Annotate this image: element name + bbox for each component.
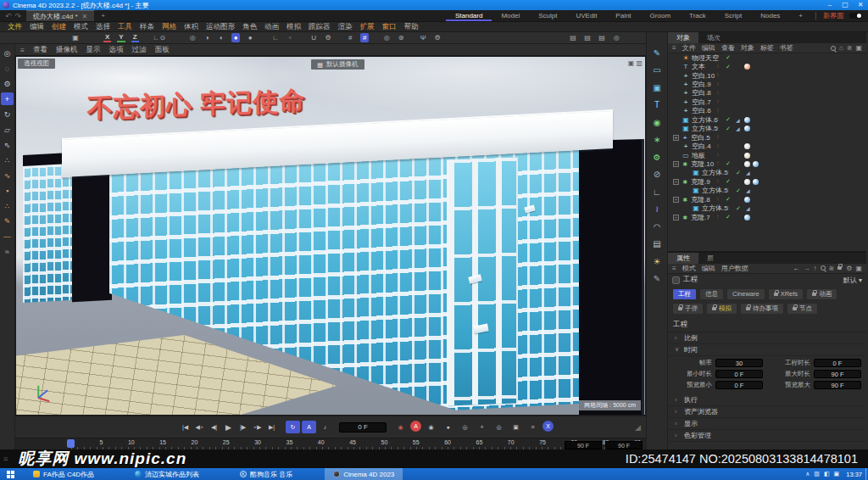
attribute-manager-menu-item[interactable]: 用户数据 [721, 264, 748, 273]
render-active-icon[interactable]: ● [231, 33, 240, 42]
phong-tag-icon[interactable]: ◢ [736, 126, 740, 131]
object-manager-menu-item[interactable]: 查看 [721, 43, 735, 53]
sketch-spline-tool[interactable]: ≈ [1, 245, 14, 258]
lock-icon[interactable] [837, 266, 842, 270]
spline-rectangle-tool[interactable]: ▪ [1, 184, 14, 197]
tray-icon[interactable]: ▣ [834, 471, 840, 477]
target-icon[interactable]: ◎ [382, 33, 391, 42]
visibility-dots-icon[interactable]: ∶ [717, 90, 719, 97]
visibility-dots-icon[interactable]: ∶ [717, 178, 719, 185]
object-row[interactable]: ▣立方体.5∶✓◢ [668, 169, 866, 177]
record-scene-button[interactable]: ◉ [393, 421, 408, 433]
expander-icon[interactable]: − [673, 179, 679, 185]
menubar-item[interactable]: 体积 [184, 22, 198, 32]
object-manager-menu-item[interactable]: 标签 [760, 43, 774, 53]
viewport-menu-item[interactable]: 过滤 [131, 45, 146, 55]
viewport-layout-icons[interactable]: ▣ ▥ [628, 59, 643, 67]
undo-icon[interactable]: ↶ [5, 12, 12, 20]
render-film-icon[interactable]: ▤ [598, 33, 606, 42]
record-rotation-button[interactable]: + [475, 421, 489, 433]
layout-tab-model[interactable]: Model [492, 10, 529, 21]
menubar-item[interactable]: 工具 [118, 22, 132, 32]
visibility-dots-icon[interactable]: ∶ [717, 64, 719, 70]
enabled-check-icon[interactable]: ✓ [736, 187, 741, 194]
field-input[interactable]: 0 F [715, 381, 763, 389]
autokey-button[interactable]: A [410, 421, 421, 432]
object-row[interactable]: +空白.8∶ [668, 89, 866, 98]
attribute-chip-节点[interactable]: 节点 [787, 303, 818, 315]
enabled-check-icon[interactable]: ✓ [736, 170, 741, 176]
text-icon[interactable]: T [650, 98, 664, 112]
section-色彩管理[interactable]: ›色彩管理 [668, 430, 866, 442]
blue-material-ball[interactable] [753, 161, 759, 167]
attribute-chip-动画[interactable]: 动画 [806, 288, 837, 300]
magnet-snap-icon[interactable]: U [309, 33, 318, 42]
layout-tab-script[interactable]: Script [715, 10, 751, 21]
keyframe-selection-button[interactable]: ≡ [526, 421, 540, 433]
tray-icon[interactable]: ▥ [814, 471, 820, 477]
maximize-button[interactable]: ▢ [837, 0, 853, 10]
record-scale-button[interactable]: ◎ [458, 421, 472, 433]
object-row[interactable]: ▣立方体.5∶✓◢ [668, 125, 866, 133]
search-icon[interactable] [821, 265, 826, 271]
taskbar-item[interactable]: FA作品 C4D作品 [25, 468, 103, 480]
picture-viewer-icon[interactable]: ▤ [583, 33, 592, 42]
light-icon[interactable]: ☀ [650, 254, 664, 268]
redo-icon[interactable]: ↷ [15, 12, 22, 20]
visibility-dots-icon[interactable]: ∶ [717, 196, 719, 203]
visibility-dots-icon[interactable]: ∶ [717, 143, 719, 150]
enabled-check-icon[interactable]: ✓ [736, 205, 741, 212]
object-menu-icon[interactable]: ≡ [672, 44, 676, 52]
asset-icon[interactable]: ⊛ [397, 33, 405, 42]
expander-icon[interactable]: − [673, 215, 679, 220]
spline-axis-icon[interactable]: ∟ [650, 185, 664, 198]
snap-settings-icon[interactable]: ⚙ [324, 33, 332, 42]
object-row[interactable]: T文本∶✓ [668, 62, 866, 70]
playhead[interactable] [67, 439, 75, 448]
render-queue-icon[interactable]: ▤ [569, 33, 577, 42]
y-axis-lock[interactable]: Y [117, 33, 125, 42]
z-axis-lock[interactable]: Z [131, 33, 139, 42]
attribute-manager-tab[interactable]: 属性 [668, 253, 698, 264]
popout-icon[interactable]: ▣ [855, 265, 862, 272]
object-row[interactable]: +空白.9∶ [668, 80, 866, 88]
spline-line-tool[interactable]: ― [1, 230, 14, 243]
menubar-item[interactable]: 文件 [8, 22, 22, 32]
up-icon[interactable]: ↑ [814, 265, 817, 272]
goto-end-button[interactable]: ▶| [264, 421, 279, 433]
layout-tab-paint[interactable]: Paint [606, 10, 640, 21]
expander-icon[interactable]: − [673, 161, 679, 167]
attribute-chip-子弹[interactable]: 子弹 [672, 303, 704, 315]
viewport-canvas[interactable]: 透视视图 ▦ 默认摄像机 ▣ ▥ [15, 56, 646, 416]
section-scale[interactable]: ›比例 [668, 332, 866, 344]
menubar-item[interactable]: 扩展 [360, 22, 375, 32]
popout-icon[interactable]: ▣ [855, 44, 862, 52]
home-icon[interactable]: ⌂ [839, 44, 843, 52]
scale-tool[interactable]: ▱ [1, 123, 14, 136]
viewport-menu-icon[interactable]: ≡ [20, 46, 25, 54]
quantize-icon[interactable]: # [346, 33, 354, 42]
taskbar-clock[interactable]: 13:37 [846, 471, 862, 478]
resize-corner-icon[interactable]: ◢ [635, 423, 641, 432]
attribute-manager-tab[interactable]: 层 [698, 253, 722, 264]
prev-key-button[interactable]: ◀∘ [192, 421, 207, 433]
move-tool[interactable]: + [1, 92, 14, 105]
enabled-check-icon[interactable]: ✓ [726, 214, 731, 220]
object-manager-menu-item[interactable]: 文件 [682, 43, 696, 53]
cursor-tool[interactable]: ⇖ [1, 138, 14, 151]
menubar-item[interactable]: 动画 [264, 22, 279, 32]
blue-material-ball[interactable] [744, 197, 750, 203]
section-执行[interactable]: ›执行 [668, 394, 866, 406]
visibility-dots-icon[interactable]: ∶ [717, 152, 719, 159]
sky-environment-icon[interactable]: ◠ [650, 220, 664, 233]
filter-icon[interactable]: ≋ [847, 44, 853, 52]
phong-tag-icon[interactable]: ◢ [736, 117, 740, 123]
visibility-dots-icon[interactable]: ∶ [727, 205, 729, 212]
keyframe-snap-toggle[interactable]: A [302, 421, 316, 433]
record-parameter-button[interactable]: ◎ [492, 421, 506, 433]
object-row[interactable]: −∗克隆.10∶✓ [668, 159, 866, 168]
enabled-check-icon[interactable]: ✓ [726, 54, 731, 61]
visibility-dots-icon[interactable]: ∶ [717, 108, 719, 114]
spline-rectangle-icon[interactable]: ▭ [650, 64, 664, 77]
object-row[interactable]: ++空白.5∶ [668, 133, 866, 142]
